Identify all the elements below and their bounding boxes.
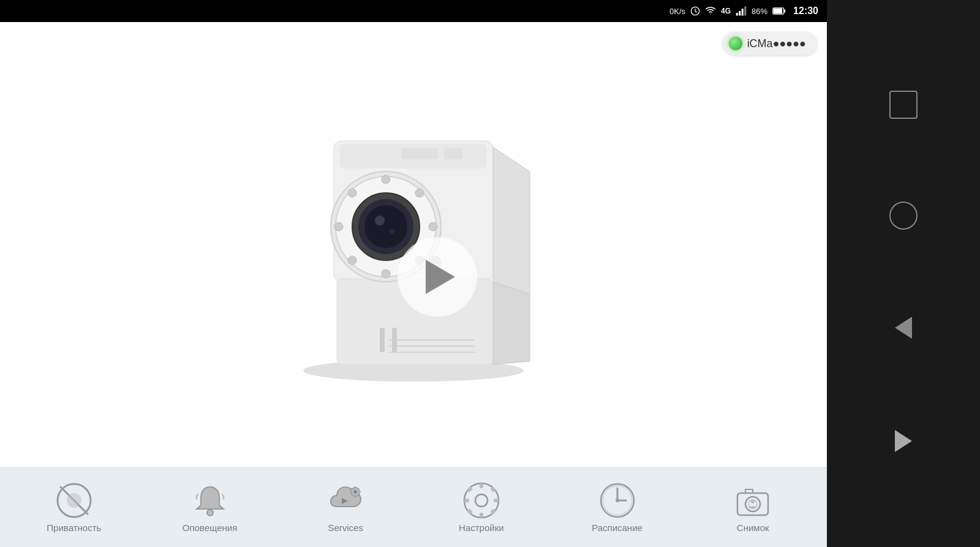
circle-button[interactable]	[889, 202, 918, 230]
status-bar: 0K/s 4G 86% 12:30	[0, 0, 827, 22]
svg-rect-1	[736, 13, 738, 16]
nav-item-notifications[interactable]: Оповещения	[142, 482, 278, 533]
svg-point-64	[616, 499, 619, 502]
svg-point-32	[390, 229, 394, 234]
nav-item-schedule[interactable]: Расписание	[549, 482, 685, 533]
icma-badge: iCMa●●●●●	[723, 32, 817, 55]
svg-rect-54	[464, 499, 469, 502]
play-button[interactable]	[398, 237, 477, 317]
network-speed: 0K/s	[669, 7, 685, 16]
svg-point-41	[353, 490, 357, 494]
svg-line-49	[352, 495, 353, 496]
snapshot-icon	[734, 482, 771, 519]
svg-point-24	[415, 189, 424, 197]
snapshot-label: Снимок	[737, 522, 769, 533]
app-name: iCMa●●●●●	[747, 37, 806, 50]
services-label: Services	[328, 522, 363, 533]
nav-item-settings[interactable]: Настройки	[413, 482, 549, 533]
notifications-label: Оповещения	[183, 522, 238, 533]
network-type: 4G	[721, 7, 731, 15]
svg-rect-2	[739, 11, 741, 16]
play-icon	[426, 260, 455, 294]
clock-icon	[690, 6, 700, 16]
back-button[interactable]	[888, 312, 919, 343]
svg-line-47	[358, 495, 360, 496]
schedule-icon	[599, 482, 636, 519]
phone-screen: 0K/s 4G 86% 12:30 iCMa●●●●●	[0, 0, 827, 547]
svg-point-31	[375, 216, 385, 225]
svg-rect-55	[494, 499, 499, 502]
settings-icon	[463, 482, 500, 519]
svg-rect-4	[744, 7, 746, 16]
svg-rect-37	[67, 493, 81, 508]
wifi-icon	[705, 6, 716, 16]
svg-point-51	[475, 494, 488, 507]
svg-rect-52	[480, 483, 483, 488]
main-content: iCMa●●●●●	[0, 22, 827, 467]
privacy-icon	[56, 482, 92, 519]
camera-view: iCMa●●●●●	[0, 22, 827, 467]
forward-icon	[895, 430, 912, 452]
services-icon	[327, 482, 364, 519]
svg-rect-33	[401, 148, 438, 159]
svg-point-66	[745, 497, 760, 511]
time-display: 12:30	[793, 6, 818, 17]
svg-point-68	[751, 500, 755, 504]
svg-point-38	[207, 510, 213, 516]
status-dot	[729, 37, 742, 50]
svg-point-21	[334, 222, 343, 231]
battery-percent: 86%	[752, 7, 767, 16]
square-button[interactable]	[889, 91, 918, 119]
svg-rect-53	[480, 513, 483, 518]
svg-point-23	[348, 189, 356, 197]
schedule-label: Расписание	[592, 522, 643, 533]
svg-line-46	[352, 488, 353, 489]
signal-icon	[736, 6, 747, 16]
svg-rect-34	[444, 148, 462, 159]
forward-button[interactable]	[888, 426, 919, 456]
battery-icon	[772, 7, 786, 15]
svg-rect-3	[742, 9, 744, 15]
svg-point-30	[364, 205, 407, 248]
svg-line-48	[358, 488, 360, 489]
svg-rect-7	[774, 9, 782, 13]
privacy-label: Приватность	[47, 522, 101, 533]
bottom-nav: Приватность Оповещения	[0, 467, 827, 547]
svg-point-25	[348, 256, 356, 265]
svg-point-22	[429, 222, 437, 231]
nav-item-services[interactable]: Services	[277, 482, 413, 533]
back-icon	[895, 317, 912, 339]
svg-rect-6	[784, 9, 786, 12]
svg-point-20	[382, 270, 390, 278]
svg-rect-12	[380, 328, 385, 352]
right-nav	[827, 0, 980, 547]
settings-label: Настройки	[459, 522, 504, 533]
nav-item-snapshot[interactable]: Снимок	[685, 482, 821, 533]
svg-point-19	[382, 175, 390, 184]
bell-icon	[192, 482, 228, 519]
nav-item-privacy[interactable]: Приватность	[6, 482, 142, 533]
